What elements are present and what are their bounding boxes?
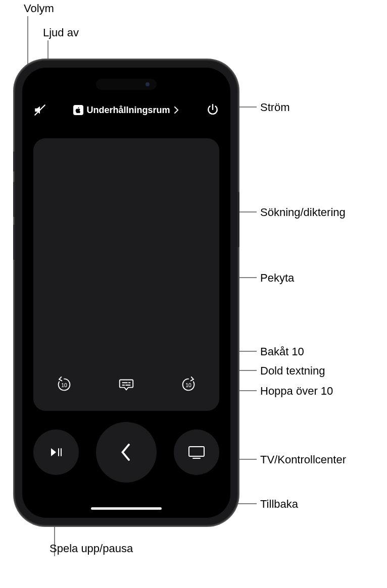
physical-side-button[interactable] [237, 192, 239, 247]
phone-screen: Underhållningsrum 10 [22, 68, 230, 518]
touchpad-area[interactable]: 10 10 [33, 138, 219, 411]
closed-captions-button[interactable] [114, 372, 138, 397]
physical-ringer-switch[interactable] [13, 151, 15, 172]
physical-volume-up[interactable] [13, 182, 15, 217]
svg-text:10: 10 [62, 383, 68, 388]
skip-forward-10-button[interactable]: 10 [176, 372, 201, 397]
play-pause-button[interactable] [33, 430, 79, 475]
captions-icon [118, 376, 135, 393]
bottom-controls [33, 422, 219, 483]
home-indicator[interactable] [91, 507, 162, 510]
phone-frame: Underhållningsrum 10 [15, 61, 237, 525]
back-button[interactable] [96, 422, 157, 483]
play-pause-icon [47, 444, 65, 461]
svg-marker-8 [51, 448, 56, 456]
skip-back-10-button[interactable]: 10 [52, 372, 76, 397]
mute-icon [33, 103, 46, 117]
chevron-right-icon [173, 106, 179, 114]
skip-back-10-icon: 10 [56, 376, 73, 393]
power-button[interactable] [206, 103, 219, 117]
tv-control-center-button[interactable] [174, 430, 219, 475]
svg-rect-11 [189, 447, 204, 456]
front-camera [146, 82, 150, 86]
power-icon [206, 103, 219, 117]
skip-forward-10-icon: 10 [180, 376, 197, 393]
remote-top-bar: Underhållningsrum [22, 98, 230, 122]
physical-volume-down[interactable] [13, 225, 15, 260]
phone-notch [96, 79, 157, 90]
touchpad-button-row: 10 10 [33, 369, 219, 400]
mute-button[interactable] [33, 103, 46, 117]
apple-tv-badge-icon [73, 105, 83, 115]
chevron-left-icon [119, 442, 134, 462]
tv-icon [187, 444, 206, 461]
device-name-label: Underhållningsrum [86, 105, 170, 116]
device-picker-button[interactable]: Underhållningsrum [73, 105, 179, 116]
svg-text:10: 10 [185, 383, 191, 388]
